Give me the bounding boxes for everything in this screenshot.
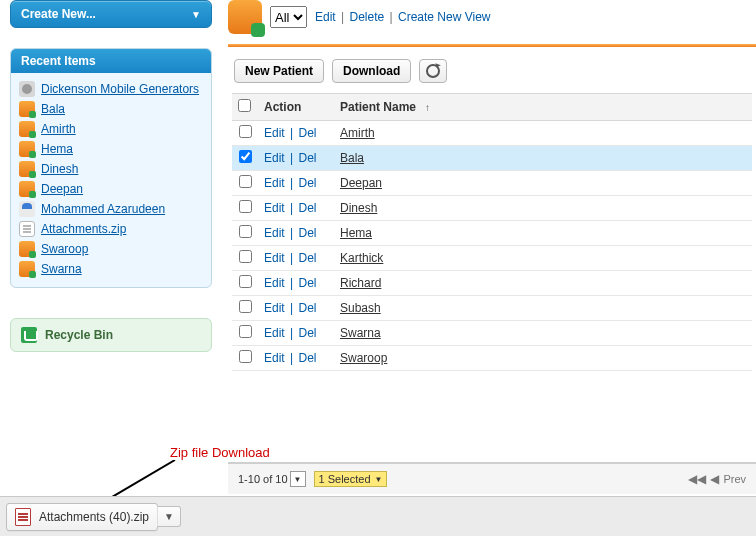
- file-icon: [19, 221, 35, 237]
- object-icon: [228, 0, 262, 34]
- recent-item-link[interactable]: Swaroop: [41, 241, 88, 257]
- selected-count[interactable]: 1 Selected ▼: [314, 471, 388, 487]
- edit-link[interactable]: Edit: [264, 276, 285, 290]
- delete-link[interactable]: Del: [298, 276, 316, 290]
- table-row: Edit | DelAmirth: [232, 121, 752, 146]
- dropdown-icon: ▼: [375, 475, 383, 484]
- edit-link[interactable]: Edit: [264, 251, 285, 265]
- edit-link[interactable]: Edit: [264, 201, 285, 215]
- recent-item-link[interactable]: Attachments.zip: [41, 221, 126, 237]
- table-row: Edit | DelBala: [232, 146, 752, 171]
- row-checkbox[interactable]: [239, 175, 252, 188]
- edit-link[interactable]: Edit: [264, 326, 285, 340]
- sort-ascending-icon: ↑: [419, 102, 430, 113]
- recent-item-link[interactable]: Swarna: [41, 261, 82, 277]
- delete-link[interactable]: Del: [298, 326, 316, 340]
- row-actions: Edit | Del: [258, 121, 334, 146]
- row-checkbox[interactable]: [239, 150, 252, 163]
- delete-link[interactable]: Del: [298, 126, 316, 140]
- table-row: Edit | DelDinesh: [232, 196, 752, 221]
- recent-item-link[interactable]: Dickenson Mobile Generators: [41, 81, 199, 97]
- row-checkbox[interactable]: [239, 225, 252, 238]
- recent-item: Dinesh: [19, 159, 203, 179]
- patient-name-link[interactable]: Dinesh: [340, 201, 377, 215]
- patient-name-link[interactable]: Bala: [340, 151, 364, 165]
- patient-name-link[interactable]: Richard: [340, 276, 381, 290]
- patient-name-link[interactable]: Hema: [340, 226, 372, 240]
- first-page-icon[interactable]: ◀◀: [688, 472, 706, 486]
- table-row: Edit | DelSwaroop: [232, 346, 752, 371]
- table-row: Edit | DelHema: [232, 221, 752, 246]
- select-all-checkbox[interactable]: [238, 99, 251, 112]
- delete-link[interactable]: Del: [298, 201, 316, 215]
- recent-item: Swaroop: [19, 239, 203, 259]
- patient-name-link[interactable]: Subash: [340, 301, 381, 315]
- recent-item-link[interactable]: Dinesh: [41, 161, 78, 177]
- delete-link[interactable]: Del: [298, 226, 316, 240]
- delete-link[interactable]: Del: [298, 351, 316, 365]
- patient-name-link[interactable]: Swarna: [340, 326, 381, 340]
- recycle-bin[interactable]: Recycle Bin: [10, 318, 212, 352]
- edit-link[interactable]: Edit: [264, 176, 285, 190]
- recent-item-link[interactable]: Amirth: [41, 121, 76, 137]
- row-actions: Edit | Del: [258, 271, 334, 296]
- header-action: Action: [258, 94, 334, 121]
- edit-link[interactable]: Edit: [264, 151, 285, 165]
- patient-name-link[interactable]: Swaroop: [340, 351, 387, 365]
- create-new-view-link[interactable]: Create New View: [398, 10, 490, 24]
- recycle-bin-label: Recycle Bin: [45, 328, 113, 342]
- create-new-menu[interactable]: Create New... ▼: [10, 0, 212, 28]
- view-select[interactable]: All: [270, 6, 307, 28]
- recycle-bin-icon: [21, 327, 37, 343]
- pagination-nav: ◀◀ ◀ Prev: [688, 472, 746, 486]
- account-icon: [19, 81, 35, 97]
- download-chip[interactable]: Attachments (40).zip: [6, 503, 158, 531]
- row-actions: Edit | Del: [258, 196, 334, 221]
- patient-icon: [19, 141, 35, 157]
- new-patient-button[interactable]: New Patient: [234, 59, 324, 83]
- patient-icon: [19, 261, 35, 277]
- row-checkbox[interactable]: [239, 325, 252, 338]
- prev-label: Prev: [723, 473, 746, 485]
- edit-link[interactable]: Edit: [264, 126, 285, 140]
- zip-file-icon: [15, 508, 31, 526]
- main-area: All Edit | Delete | Create New View New …: [228, 0, 756, 494]
- row-checkbox[interactable]: [239, 125, 252, 138]
- recent-item-link[interactable]: Bala: [41, 101, 65, 117]
- recent-item: Bala: [19, 99, 203, 119]
- row-checkbox[interactable]: [239, 300, 252, 313]
- recent-item-link[interactable]: Mohammed Azarudeen: [41, 201, 165, 217]
- edit-link[interactable]: Edit: [264, 226, 285, 240]
- table-row: Edit | DelSwarna: [232, 321, 752, 346]
- patient-name-link[interactable]: Amirth: [340, 126, 375, 140]
- edit-link[interactable]: Edit: [264, 301, 285, 315]
- view-links: Edit | Delete | Create New View: [315, 10, 490, 24]
- table-row: Edit | DelSubash: [232, 296, 752, 321]
- recent-item-link[interactable]: Deepan: [41, 181, 83, 197]
- row-checkbox[interactable]: [239, 200, 252, 213]
- edit-view-link[interactable]: Edit: [315, 10, 336, 24]
- row-checkbox[interactable]: [239, 250, 252, 263]
- delete-link[interactable]: Del: [298, 251, 316, 265]
- header-patient-name[interactable]: Patient Name ↑: [334, 94, 752, 121]
- recent-item-link[interactable]: Hema: [41, 141, 73, 157]
- patient-name-link[interactable]: Karthick: [340, 251, 383, 265]
- row-checkbox[interactable]: [239, 275, 252, 288]
- list-footer: 1-10 of 10 ▼ 1 Selected ▼ ◀◀ ◀ Prev: [228, 462, 756, 494]
- row-checkbox[interactable]: [239, 350, 252, 363]
- delete-link[interactable]: Del: [298, 301, 316, 315]
- delete-link[interactable]: Del: [298, 151, 316, 165]
- patient-name-link[interactable]: Deepan: [340, 176, 382, 190]
- download-chip-menu[interactable]: ▼: [157, 506, 181, 527]
- divider: [228, 44, 756, 47]
- download-button[interactable]: Download: [332, 59, 411, 83]
- edit-link[interactable]: Edit: [264, 351, 285, 365]
- browser-download-bar: Attachments (40).zip ▼: [0, 496, 756, 536]
- prev-page-icon[interactable]: ◀: [710, 472, 719, 486]
- page-range[interactable]: 1-10 of 10 ▼: [238, 471, 306, 487]
- download-filename: Attachments (40).zip: [39, 510, 149, 524]
- row-actions: Edit | Del: [258, 296, 334, 321]
- delete-link[interactable]: Del: [298, 176, 316, 190]
- refresh-button[interactable]: [419, 59, 447, 83]
- delete-view-link[interactable]: Delete: [350, 10, 385, 24]
